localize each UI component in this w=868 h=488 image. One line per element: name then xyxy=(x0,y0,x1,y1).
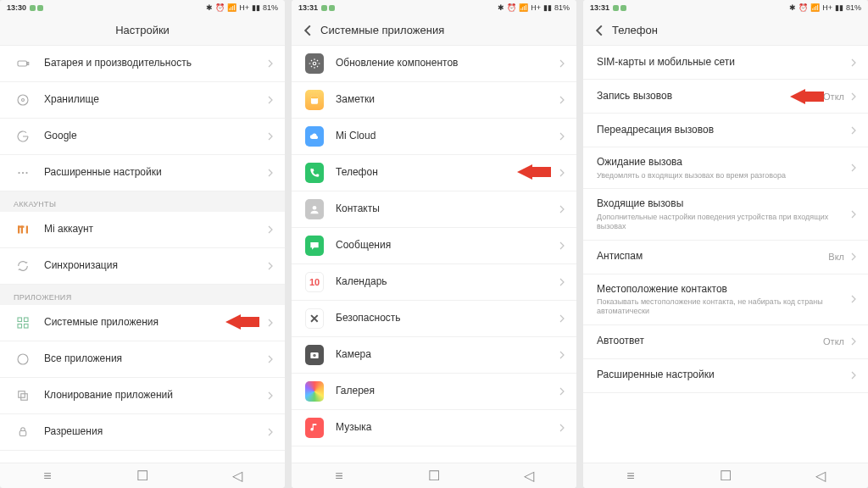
chevron-right-icon xyxy=(558,59,566,68)
gallery-app-icon xyxy=(305,382,324,401)
net-icon: H+ xyxy=(822,3,832,12)
home-button[interactable]: ☐ xyxy=(719,469,732,483)
back-button[interactable]: ◁ xyxy=(814,469,827,483)
chevron-right-icon xyxy=(266,96,275,104)
status-right: ✱ ⏰ 📶 H+ ▮▮ 81% xyxy=(789,3,861,12)
chevron-right-icon xyxy=(558,314,566,323)
chevron-right-icon xyxy=(266,428,275,436)
item-contacts[interactable]: Контакты xyxy=(292,191,576,228)
recents-button[interactable]: ≡ xyxy=(332,469,346,483)
item-extended[interactable]: Расширенные настройки xyxy=(0,155,285,191)
net-icon: H+ xyxy=(531,3,541,12)
status-app-icons xyxy=(321,5,335,11)
item-phone[interactable]: Телефон xyxy=(292,155,576,191)
chevron-right-icon xyxy=(849,58,858,67)
item-micloud[interactable]: Mi Cloud xyxy=(292,119,576,155)
back-icon[interactable] xyxy=(593,25,605,36)
item-music[interactable]: Музыка xyxy=(292,410,576,446)
svg-rect-9 xyxy=(26,226,28,234)
chevron-right-icon xyxy=(558,351,566,359)
svg-point-15 xyxy=(18,354,28,364)
item-label: Переадресация вызовов xyxy=(597,124,849,137)
signal-icon: 📶 xyxy=(227,3,236,12)
item-clone-apps[interactable]: Клонирование приложений xyxy=(0,378,285,414)
item-autoanswer[interactable]: Автоответ Откл xyxy=(583,325,868,359)
item-all-apps[interactable]: Все приложения xyxy=(0,341,285,378)
item-antispam[interactable]: Антиспам Вкл xyxy=(583,241,868,274)
item-comp-updates[interactable]: Обновление компонентов xyxy=(292,46,576,82)
item-sync[interactable]: Синхронизация xyxy=(0,248,285,285)
item-label: Хранилище xyxy=(44,93,266,107)
pane-system-apps: 13:31 ✱ ⏰ 📶 H+ ▮▮ 81% Системные приложен… xyxy=(292,0,576,488)
signal-icon: 📶 xyxy=(810,3,820,12)
item-storage[interactable]: Хранилище xyxy=(0,82,285,119)
battery-pct: 81% xyxy=(846,3,861,12)
item-forwarding[interactable]: Переадресация вызовов xyxy=(583,114,868,147)
item-sim[interactable]: SIM-карты и мобильные сети xyxy=(583,46,868,80)
back-button[interactable]: ◁ xyxy=(522,469,536,483)
item-label: Контакты xyxy=(336,202,558,216)
battery-pct: 81% xyxy=(263,3,278,12)
item-location[interactable]: Местоположение контактов Показывать мест… xyxy=(583,274,868,325)
sync-icon xyxy=(14,257,32,275)
item-value: Вкл xyxy=(828,252,844,262)
messages-app-icon xyxy=(305,236,324,255)
bt-icon: ✱ xyxy=(206,3,213,12)
item-mi-account[interactable]: Mi аккаунт xyxy=(0,212,285,248)
google-icon xyxy=(14,127,32,146)
svg-point-4 xyxy=(18,172,19,174)
svg-point-6 xyxy=(25,172,27,174)
net-icon: H+ xyxy=(239,3,249,12)
item-update-components[interactable]: Обновление компонентов xyxy=(0,451,285,463)
status-right: ✱ ⏰ 📶 H+ ▮▮ 81% xyxy=(206,3,278,12)
svg-rect-10 xyxy=(18,226,25,228)
recents-button[interactable]: ≡ xyxy=(624,469,637,483)
status-bar: 13:31 ✱ ⏰ 📶 H+ ▮▮ 81% xyxy=(583,0,868,15)
chevron-right-icon xyxy=(558,132,566,141)
item-battery[interactable]: Батарея и производительность xyxy=(0,46,285,82)
item-security[interactable]: ✕ Безопасность xyxy=(292,301,576,337)
item-calendar[interactable]: 10 Календарь xyxy=(292,264,576,301)
back-icon[interactable] xyxy=(302,25,314,36)
nav-bar: ≡ ☐ ◁ xyxy=(292,463,576,488)
recents-button[interactable]: ≡ xyxy=(41,469,54,483)
item-label: Синхронизация xyxy=(44,259,266,273)
home-button[interactable]: ☐ xyxy=(427,469,441,483)
status-time: 13:30 xyxy=(7,3,26,12)
svg-point-21 xyxy=(313,62,316,65)
chevron-right-icon xyxy=(266,59,275,68)
battery-icon: ▮▮ xyxy=(252,3,260,12)
item-gallery[interactable]: Галерея xyxy=(292,374,576,410)
chevron-right-icon xyxy=(558,424,566,432)
item-incoming[interactable]: Входящие вызовы Дополнительные настройки… xyxy=(583,189,868,240)
pane-settings: 13:30 ✱ ⏰ 📶 H+ ▮▮ 81% Настройки Батарея … xyxy=(0,0,285,488)
item-label: Батарея и производительность xyxy=(44,57,266,70)
status-bar: 13:31 ✱ ⏰ 📶 H+ ▮▮ 81% xyxy=(292,0,576,15)
back-button[interactable]: ◁ xyxy=(231,469,244,483)
phone-app-icon xyxy=(305,164,324,182)
header: Телефон xyxy=(583,15,868,46)
nav-bar: ≡ ☐ ◁ xyxy=(0,463,285,488)
item-google[interactable]: Google xyxy=(0,119,285,155)
chevron-right-icon xyxy=(849,126,858,135)
settings-list[interactable]: Батарея и производительность Хранилище G… xyxy=(0,46,285,463)
item-camera[interactable]: Камера xyxy=(292,337,576,374)
item-call-record[interactable]: Запись вызовов Откл xyxy=(583,80,868,114)
sysapps-list[interactable]: Обновление компонентов Заметки Mi Cloud … xyxy=(292,46,576,463)
svg-rect-17 xyxy=(21,394,28,401)
item-sub: Уведомлять о входящих вызовах во время р… xyxy=(597,171,849,180)
chevron-right-icon xyxy=(849,164,858,172)
chevron-right-icon xyxy=(558,241,566,250)
item-advanced[interactable]: Расширенные настройки xyxy=(583,359,868,393)
item-call-waiting[interactable]: Ожидание вызова Уведомлять о входящих вы… xyxy=(583,147,868,189)
battery-pct: 81% xyxy=(554,3,570,12)
item-messages[interactable]: Сообщения xyxy=(292,228,576,264)
item-permissions[interactable]: Разрешения xyxy=(0,414,285,451)
svg-point-2 xyxy=(18,95,28,105)
alarm-icon: ⏰ xyxy=(215,3,225,12)
phone-list[interactable]: SIM-карты и мобильные сети Запись вызово… xyxy=(583,46,868,463)
home-button[interactable]: ☐ xyxy=(136,469,149,483)
item-system-apps[interactable]: Системные приложения xyxy=(0,305,285,341)
more-icon xyxy=(14,164,32,182)
item-notes[interactable]: Заметки xyxy=(292,82,576,119)
